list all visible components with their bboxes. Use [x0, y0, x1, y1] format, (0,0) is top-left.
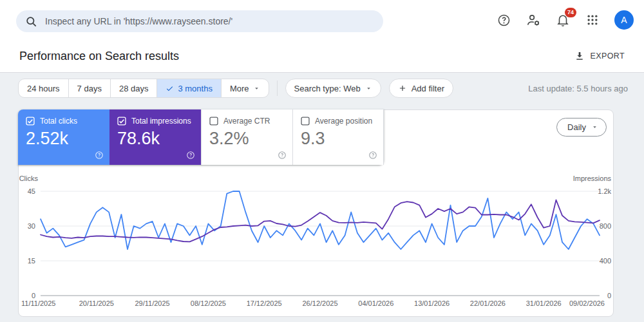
- help-icon[interactable]: [278, 151, 287, 160]
- left-axis-title: Clicks: [19, 175, 39, 182]
- metric-tiles: Total clicks 2.52k Total impressions 78.…: [18, 109, 384, 165]
- check-icon: [166, 84, 174, 93]
- total-impressions-tile[interactable]: Total impressions 78.6k: [109, 109, 201, 165]
- x-axis-tick-label: 13/01/2026: [414, 299, 450, 307]
- chevron-down-icon: [591, 124, 598, 131]
- x-axis-tick-label: 11/11/2025: [21, 299, 55, 307]
- x-axis-tick-label: 26/12/2025: [302, 299, 337, 307]
- help-icon[interactable]: [496, 12, 511, 28]
- left-axis-tick-label: 15: [28, 257, 35, 265]
- right-axis-tick-label: 400: [600, 257, 611, 265]
- search-icon: [25, 15, 37, 28]
- header-actions: 74 A: [496, 0, 634, 40]
- chevron-down-icon: [253, 85, 260, 92]
- clicks-line-series: [41, 191, 600, 249]
- x-axis-tick-label: 31/01/2026: [526, 299, 562, 307]
- help-icon[interactable]: [368, 151, 377, 160]
- chevron-down-icon: [365, 85, 372, 92]
- notifications-bell-icon[interactable]: 74: [555, 12, 571, 28]
- add-filter-chip[interactable]: Add filter: [389, 79, 453, 98]
- performance-chart: 451.2k308001540000ClicksImpressions11/11…: [19, 173, 614, 317]
- range-28-days[interactable]: 28 days: [110, 79, 157, 97]
- search-input[interactable]: [45, 16, 374, 26]
- x-axis-tick-label: 20/11/2025: [79, 299, 114, 307]
- divider: [277, 80, 278, 96]
- filter-bar: 24 hours 7 days 28 days 3 months More Se…: [18, 79, 628, 98]
- average-ctr-tile[interactable]: Average CTR 3.2%: [201, 109, 292, 165]
- x-axis-tick-label: 29/11/2025: [135, 299, 169, 307]
- x-axis-tick-label: 04/01/2026: [358, 299, 393, 307]
- export-button[interactable]: EXPORT: [574, 51, 625, 61]
- total-clicks-value: 2.52k: [26, 129, 102, 149]
- average-position-tile[interactable]: Average position 9.3: [292, 109, 384, 165]
- title-bar: Performance on Search results EXPORT: [0, 40, 644, 73]
- left-axis-tick-label: 0: [32, 292, 35, 299]
- date-range-segmented-control: 24 hours 7 days 28 days 3 months More: [18, 79, 269, 98]
- total-impressions-value: 78.6k: [117, 129, 193, 149]
- top-app-bar: 74 A: [0, 0, 644, 40]
- checkbox-unchecked-icon[interactable]: [301, 117, 310, 126]
- account-avatar[interactable]: A: [614, 10, 634, 30]
- right-axis-tick-label: 800: [600, 222, 611, 230]
- notification-count-badge: 74: [565, 8, 576, 17]
- right-axis-title: Impressions: [573, 175, 612, 182]
- page-title: Performance on Search results: [19, 50, 179, 63]
- help-icon[interactable]: [95, 151, 104, 160]
- total-clicks-tile[interactable]: Total clicks 2.52k: [18, 109, 109, 165]
- x-axis-tick-label: 09/02/2026: [569, 299, 605, 307]
- granularity-dropdown[interactable]: Daily: [556, 118, 607, 137]
- left-axis-tick-label: 45: [28, 187, 35, 195]
- x-axis-tick-label: 22/01/2026: [470, 299, 506, 307]
- range-more-dropdown[interactable]: More: [221, 79, 269, 97]
- range-7-days[interactable]: 7 days: [68, 79, 110, 97]
- help-icon[interactable]: [186, 151, 195, 160]
- average-position-value: 9.3: [301, 129, 375, 149]
- line-chart: 451.2k308001540000ClicksImpressions11/11…: [19, 173, 614, 317]
- left-axis-tick-label: 30: [28, 222, 35, 230]
- average-ctr-value: 3.2%: [209, 129, 285, 149]
- last-update-text: Last update: 5.5 hours ago: [528, 84, 628, 93]
- impressions-line-series: [41, 200, 600, 242]
- x-axis-tick-label: 17/12/2025: [247, 299, 282, 307]
- range-24-hours[interactable]: 24 hours: [19, 79, 68, 97]
- apps-grid-icon[interactable]: [585, 12, 600, 28]
- user-settings-icon[interactable]: [526, 12, 541, 28]
- checkbox-checked-icon[interactable]: [26, 117, 35, 126]
- range-3-months[interactable]: 3 months: [156, 79, 220, 97]
- checkbox-checked-icon[interactable]: [117, 117, 126, 126]
- plus-icon: [398, 84, 407, 93]
- download-icon: [574, 51, 585, 61]
- x-axis-tick-label: 08/12/2025: [191, 299, 226, 307]
- checkbox-unchecked-icon[interactable]: [209, 117, 218, 126]
- url-inspect-search-bar[interactable]: [16, 10, 383, 32]
- performance-card: Total clicks 2.52k Total impressions 78.…: [18, 109, 614, 317]
- right-axis-tick-label: 1.2k: [598, 187, 611, 195]
- right-axis-tick-label: 0: [607, 292, 611, 299]
- search-console-performance-page: 74 A Performance on Search results EXPOR…: [0, 0, 644, 322]
- search-type-chip[interactable]: Search type: Web: [285, 79, 381, 98]
